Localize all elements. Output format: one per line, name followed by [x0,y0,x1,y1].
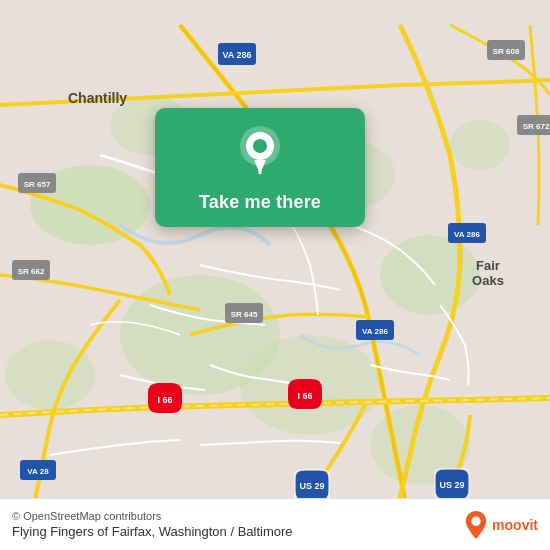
svg-text:VA 286: VA 286 [454,230,480,239]
svg-text:I 66: I 66 [297,391,312,401]
svg-text:SR 662: SR 662 [18,267,45,276]
svg-text:I 66: I 66 [157,395,172,405]
svg-text:VA 28: VA 28 [27,467,49,476]
moovit-text: moovit [492,517,538,533]
svg-text:SR 608: SR 608 [493,47,520,56]
moovit-logo: moovit [465,511,538,539]
svg-text:SR 645: SR 645 [231,310,258,319]
map-attribution: © OpenStreetMap contributors [12,510,293,522]
svg-text:VA 286: VA 286 [362,327,388,336]
svg-point-6 [450,120,510,170]
svg-point-41 [471,516,480,525]
svg-text:US 29: US 29 [439,480,464,490]
svg-marker-40 [254,160,266,174]
svg-text:Oaks: Oaks [472,273,504,288]
location-name: Flying Fingers of Fairfax, Washington / … [12,524,293,539]
location-card[interactable]: Take me there [155,108,365,227]
svg-text:VA 286: VA 286 [222,50,251,60]
location-pin-icon [238,126,282,178]
pin-icon-wrapper [238,126,282,182]
svg-text:SR 672: SR 672 [523,122,550,131]
svg-text:US 29: US 29 [299,481,324,491]
svg-text:Chantilly: Chantilly [68,90,127,106]
svg-point-39 [253,139,267,153]
map-background: VA 286 SR 608 SR 672 SR 657 SR 662 VA 28… [0,0,550,550]
map-container: VA 286 SR 608 SR 672 SR 657 SR 662 VA 28… [0,0,550,550]
moovit-pin-icon [465,511,487,539]
svg-text:SR 657: SR 657 [24,180,51,189]
svg-text:Fair: Fair [476,258,500,273]
take-me-there-button[interactable]: Take me there [199,192,321,213]
bottom-bar: © OpenStreetMap contributors Flying Fing… [0,498,550,550]
